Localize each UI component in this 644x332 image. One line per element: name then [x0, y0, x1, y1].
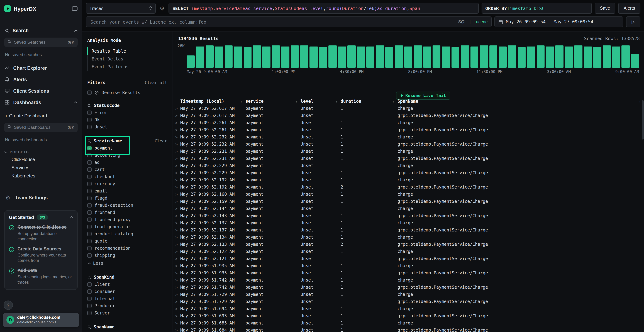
row-expand-chevron[interactable]: > — [175, 220, 180, 225]
histogram-bar[interactable] — [357, 46, 365, 68]
checkbox[interactable]: ✓ — [87, 146, 92, 150]
table-row[interactable]: >May 27 9:09:52.232 AMpaymentUnset1grpc.… — [175, 140, 644, 148]
search-input[interactable] — [90, 19, 455, 25]
facet-option-frontend[interactable]: frontend — [87, 209, 167, 216]
histogram-bar[interactable] — [300, 46, 308, 68]
facet-option-checkout[interactable]: checkout — [87, 173, 167, 180]
saved-searches-input[interactable]: Saved Searches ⌘K — [4, 38, 78, 47]
histogram-bar[interactable] — [366, 46, 374, 68]
histogram-bar[interactable] — [518, 47, 526, 68]
facet-option-server[interactable]: Server — [87, 310, 167, 316]
facet-option-load-generator[interactable]: load-generator — [87, 223, 167, 230]
row-expand-chevron[interactable]: > — [175, 314, 180, 318]
histogram-bar[interactable] — [432, 46, 440, 68]
facet-option-payment[interactable]: ✓payment — [87, 144, 167, 152]
facet-option-charge[interactable]: charge — [87, 330, 167, 332]
checkbox[interactable] — [87, 110, 92, 115]
facet-option-producer[interactable]: Producer — [87, 302, 167, 310]
histogram-bar[interactable] — [310, 46, 318, 68]
facet-option-currency[interactable]: currency — [87, 180, 167, 188]
row-expand-chevron[interactable]: > — [175, 178, 180, 182]
column-menu-icon[interactable]: ⋮ — [334, 99, 338, 104]
histogram-bar[interactable] — [452, 47, 460, 68]
table-row[interactable]: >May 27 9:09:52.617 AMpaymentUnset1grpc.… — [175, 112, 644, 119]
table-row[interactable]: >May 27 9:09:52.231 AMpaymentUnset1charg… — [175, 148, 644, 155]
facet-option-ad[interactable]: ad — [87, 159, 167, 166]
row-expand-chevron[interactable]: > — [175, 328, 180, 332]
checkbox[interactable] — [87, 125, 92, 129]
analysis-mode-results-table[interactable]: Results Table — [87, 47, 167, 55]
analysis-mode-event-deltas[interactable]: Event Deltas — [87, 55, 167, 63]
collapse-less-button[interactable]: Less — [87, 260, 167, 267]
sidebar-item-alerts[interactable]: Alerts — [4, 74, 78, 85]
row-expand-chevron[interactable]: > — [175, 214, 180, 218]
column-header-timestamp-local[interactable]: Timestamp (Local)⋮ — [180, 99, 246, 104]
checkbox[interactable] — [87, 225, 92, 229]
histogram-bar[interactable] — [565, 46, 573, 68]
checkbox[interactable] — [87, 174, 92, 179]
row-expand-chevron[interactable]: > — [175, 170, 180, 175]
histogram-bar[interactable] — [319, 47, 327, 68]
facet-clear-button[interactable]: Clear — [155, 138, 167, 144]
table-row[interactable]: >May 27 9:09:52.617 AMpaymentUnset1charg… — [175, 105, 644, 112]
facet-option-quote[interactable]: quote — [87, 238, 167, 245]
histogram-bar[interactable] — [631, 54, 639, 68]
row-expand-chevron[interactable]: > — [175, 256, 180, 261]
checkbox[interactable] — [87, 311, 92, 315]
row-expand-chevron[interactable]: > — [175, 306, 180, 311]
histogram-bar[interactable] — [338, 46, 346, 68]
histogram-bar[interactable] — [281, 46, 289, 68]
table-row[interactable]: >May 27 9:09:51.693 AMpaymentUnset1grpc.… — [175, 312, 644, 320]
alerts-button[interactable]: Alerts — [618, 3, 640, 14]
table-row[interactable]: >May 27 9:09:52.144 AMpaymentUnset1charg… — [175, 205, 644, 212]
checkbox[interactable] — [87, 182, 92, 186]
run-query-button[interactable]: ▷ — [626, 16, 640, 27]
histogram-bar[interactable] — [442, 46, 450, 68]
row-expand-chevron[interactable]: > — [175, 285, 180, 290]
sidebar-item-dashboards[interactable]: Dashboards — [4, 96, 78, 108]
table-row[interactable]: >May 27 9:09:52.231 AMpaymentUnset1grpc.… — [175, 155, 644, 162]
checkbox[interactable] — [87, 253, 92, 258]
date-range-picker[interactable]: May 26 09:09:54 - May 27 09:09:54 — [494, 16, 623, 27]
column-header-duration[interactable]: duration⋮ — [340, 99, 398, 104]
order-by-editor[interactable]: ORDER BY Timestamp DESC — [482, 3, 592, 14]
row-expand-chevron[interactable]: > — [175, 321, 180, 326]
histogram-bar[interactable] — [508, 46, 516, 68]
save-button[interactable]: Save — [594, 3, 616, 14]
table-row[interactable]: >May 27 9:09:51.694 AMpaymentUnset1charg… — [175, 305, 644, 312]
column-menu-icon[interactable]: ⋮ — [294, 99, 298, 104]
row-expand-chevron[interactable]: > — [175, 199, 180, 204]
denoise-results-option[interactable]: Denoise Results — [87, 90, 167, 95]
checkbox[interactable] — [87, 90, 92, 95]
checkbox[interactable] — [87, 218, 92, 222]
checkbox[interactable] — [87, 160, 92, 164]
checkbox[interactable] — [87, 153, 92, 158]
table-row[interactable]: >May 27 9:09:52.261 AMpaymentUnset1charg… — [175, 119, 644, 126]
histogram-bar[interactable] — [612, 46, 620, 68]
row-expand-chevron[interactable]: > — [175, 128, 180, 132]
preset-item-services[interactable]: Services — [12, 165, 78, 173]
clear-all-filters-button[interactable]: Clear all — [145, 80, 167, 85]
sql-select-editor[interactable]: SELECT Timestamp, ServiceName as service… — [168, 3, 478, 14]
histogram-bar[interactable] — [376, 46, 384, 68]
row-expand-chevron[interactable]: > — [175, 156, 180, 161]
table-row[interactable]: >May 27 9:09:51.742 AMpaymentUnset1grpc.… — [175, 284, 644, 291]
facet-option-cart[interactable]: cart — [87, 166, 167, 173]
checkbox[interactable] — [87, 203, 92, 208]
histogram-bar[interactable] — [262, 46, 270, 68]
facet-option-consumer[interactable]: Consumer — [87, 288, 167, 295]
help-button[interactable]: ? — [4, 300, 13, 310]
histogram-bar[interactable] — [234, 46, 242, 68]
sidebar-section-search[interactable]: Search — [4, 28, 78, 33]
saved-dashboards-input[interactable]: Saved Dashboards ⌘K — [4, 123, 78, 132]
histogram-bar[interactable] — [206, 46, 214, 68]
histogram-bar[interactable] — [593, 47, 601, 68]
table-row[interactable]: >May 27 9:09:52.137 AMpaymentUnset1grpc.… — [175, 226, 644, 234]
column-menu-icon[interactable]: ⋮ — [392, 99, 395, 104]
preset-item-clickhouse[interactable]: ClickHouse — [12, 157, 78, 165]
column-header-level[interactable]: level⋮ — [300, 99, 340, 104]
histogram-bar[interactable] — [556, 46, 564, 68]
checkbox[interactable] — [87, 239, 92, 243]
facet-option-fraud-detection[interactable]: fraud-detection — [87, 202, 167, 209]
row-expand-chevron[interactable]: > — [175, 185, 180, 190]
